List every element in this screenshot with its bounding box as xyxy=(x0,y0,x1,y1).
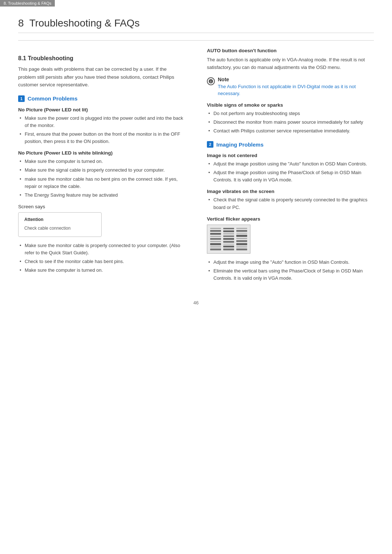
common-problems-section: 1 Common Problems xyxy=(18,95,185,102)
image-centered-heading: Image is not centered xyxy=(207,153,374,158)
attention-body: Check cable connection xyxy=(24,226,95,231)
attention-title: Attention xyxy=(24,217,95,222)
page-number: 46 xyxy=(18,300,374,305)
list-item: Adjust the image position using the Phas… xyxy=(207,169,374,184)
no-picture-led-list: Make sure the power cord is plugged into… xyxy=(18,115,185,145)
top-bar-label: 8. Troubleshooting & FAQs xyxy=(4,1,51,5)
auto-button-heading: AUTO button doesn't function xyxy=(207,48,374,53)
screen-says-label: Screen says xyxy=(18,204,185,209)
no-picture-white-heading: No Picture (Power LED is white blinking) xyxy=(18,150,185,156)
visible-signs-list: Do not perform any troubleshooting steps… xyxy=(207,110,374,135)
chapter-number: 8 xyxy=(18,17,24,29)
attention-box: Attention Check cable connection xyxy=(18,212,102,237)
no-picture-white-list: Make sure the computer is turned on. Mak… xyxy=(18,158,185,199)
note-box: i Note The Auto Function is not applicab… xyxy=(207,77,374,97)
list-item: Eliminate the vertical bars using the Ph… xyxy=(207,267,374,282)
image-vibrates-list: Check that the signal cable is properly … xyxy=(207,196,374,211)
imaging-problems-title: Imaging Problems xyxy=(216,141,264,148)
list-item: Make sure the monitor cable is properly … xyxy=(18,242,185,257)
top-bar: 8. Troubleshooting & FAQs xyxy=(0,0,55,7)
imaging-problems-badge: 2 xyxy=(207,141,213,148)
list-item: First, ensure that the power button on t… xyxy=(18,131,185,145)
list-item: Disconnect the monitor from mains power … xyxy=(207,119,374,126)
divider-top xyxy=(18,40,374,41)
list-item: Check to see if the monitor cable has be… xyxy=(18,258,185,265)
left-column: 8.1 Troubleshooting This page deals with… xyxy=(18,48,192,286)
vertical-flicker-image xyxy=(207,225,250,254)
list-item: Make sure the computer is turned on. xyxy=(18,158,185,165)
no-picture-led-heading: No Picture (Power LED not lit) xyxy=(18,107,185,112)
note-icon: i xyxy=(207,77,215,85)
auto-button-text: The auto function is applicable only in … xyxy=(207,56,374,71)
list-item: Make sure the signal cable is properly c… xyxy=(18,167,185,174)
list-item: Contact with Philips customer service re… xyxy=(207,127,374,135)
list-item: make sure the monitor cable has no bent … xyxy=(18,176,185,190)
list-item: Check that the signal cable is properly … xyxy=(207,196,374,211)
intro-text: This page deals with problems that can b… xyxy=(18,65,185,89)
note-content: Note The Auto Function is not applicable… xyxy=(218,77,374,97)
list-item: The Energy Saving feature may be activat… xyxy=(18,192,185,199)
vertical-flicker-list: Adjust the image using the "Auto" functi… xyxy=(207,259,374,282)
vertical-flicker-heading: Vertical flicker appears xyxy=(207,216,374,222)
common-problems-badge: 1 xyxy=(18,95,25,102)
chapter-name: Troubleshooting & FAQs xyxy=(29,17,140,29)
right-column: AUTO button doesn't function The auto fu… xyxy=(207,48,374,286)
list-item: Do not perform any troubleshooting steps xyxy=(207,110,374,117)
section-81-heading: 8.1 Troubleshooting xyxy=(18,55,185,62)
note-label: Note xyxy=(218,77,374,82)
list-item: Adjust the image using the "Auto" functi… xyxy=(207,259,374,266)
image-centered-list: Adjust the image position using the "Aut… xyxy=(207,160,374,184)
list-item: Make sure the power cord is plugged into… xyxy=(18,115,185,129)
note-svg-icon: i xyxy=(208,79,213,84)
svg-text:i: i xyxy=(211,80,212,83)
image-vibrates-heading: Image vibrates on the screen xyxy=(207,189,374,194)
list-item: Make sure the computer is turned on. xyxy=(18,267,185,274)
common-problems-title: Common Problems xyxy=(28,95,78,102)
imaging-problems-section: 2 Imaging Problems xyxy=(207,141,374,148)
screen-says-list: Make sure the monitor cable is properly … xyxy=(18,242,185,274)
chapter-title: 8 Troubleshooting & FAQs xyxy=(18,17,374,33)
visible-signs-heading: Visible signs of smoke or sparks xyxy=(207,102,374,108)
note-text: The Auto Function is not applicable in D… xyxy=(218,83,374,97)
list-item: Adjust the image position using the "Aut… xyxy=(207,160,374,168)
